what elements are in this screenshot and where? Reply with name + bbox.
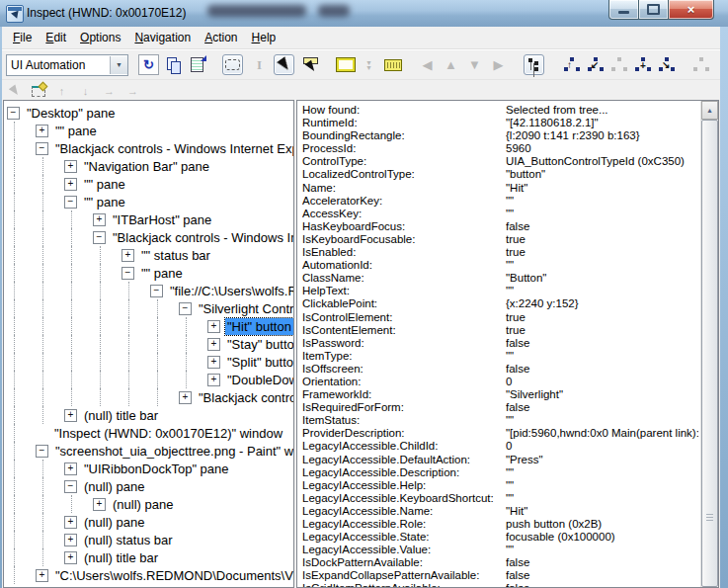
tree-item[interactable]: + (null) pane (7, 513, 293, 531)
tree-item[interactable]: − "Desktop" pane (7, 104, 293, 122)
expand-toggle-icon[interactable]: − (36, 142, 48, 155)
expand-toggle-icon[interactable]: − (64, 480, 77, 493)
selection-rectangle-icon[interactable] (222, 54, 243, 75)
cursor-tracking-icon[interactable] (274, 54, 294, 75)
hover-cursor-icon[interactable] (6, 83, 23, 99)
nav-first-child-icon[interactable] (586, 55, 605, 74)
chevron-down-icon[interactable]: ▼ (110, 56, 127, 74)
tree-item[interactable]: + "Stay" button (7, 335, 293, 353)
tree-item-label[interactable]: "" pane (82, 176, 127, 193)
tree-item[interactable]: − "Blackjack controls - Windows Internet… (7, 139, 293, 157)
expand-toggle-icon[interactable]: + (207, 320, 220, 333)
tree-item-label[interactable]: (null) title bar (82, 407, 160, 424)
tree-item-label[interactable]: (null) pane (111, 496, 175, 513)
nav-right-arrow-icon[interactable]: ▶ (489, 55, 508, 74)
nav-down-arrow-icon[interactable]: ▼ (465, 55, 484, 74)
tree-item[interactable]: + "Blackjack controls" pane (7, 388, 293, 406)
tree-item[interactable]: + (null) status bar (7, 531, 293, 548)
tree-item-label[interactable]: "Navigation Bar" pane (82, 158, 211, 175)
expand-toggle-icon[interactable]: + (93, 498, 106, 511)
expand-toggle-icon[interactable]: − (150, 285, 163, 297)
tree-item-label[interactable]: "Hit" button (225, 318, 293, 335)
scroll-up-button[interactable]: ▲ (701, 101, 718, 120)
tree-item-label[interactable]: "file://C:\Users\wolfs.REDMOND (168, 283, 293, 299)
expand-toggle-icon[interactable]: + (64, 462, 77, 475)
menu-action[interactable]: Action (198, 28, 244, 47)
tree-item[interactable]: − "Blackjack controls - Windows Internet (7, 228, 293, 246)
watch-focus-icon[interactable] (30, 83, 46, 99)
expand-toggle-icon[interactable]: − (36, 445, 48, 458)
tree-item-label[interactable]: "C:\Users\wolfs.REDMOND\Documents\Visua (53, 567, 293, 584)
move-down-icon[interactable]: ↓ (77, 83, 94, 99)
expand-toggle-icon[interactable]: + (207, 374, 220, 386)
maximize-button[interactable] (639, 0, 668, 20)
tree-item-label[interactable]: "Blackjack controls" pane (197, 389, 293, 406)
mode-combobox[interactable]: UI Automation ▼ (6, 54, 128, 76)
nav-next-sibling-icon[interactable] (633, 55, 652, 74)
tree-item-label[interactable]: "Blackjack controls - Windows Internet (111, 229, 293, 246)
tree-item[interactable]: + (null) title bar (7, 548, 293, 566)
collapse-chevron-icon[interactable] (360, 55, 378, 74)
menu-help[interactable]: Help (245, 28, 283, 47)
tree-item[interactable]: + "DoubleDown" button (7, 371, 293, 388)
onscreen-keyboard-icon[interactable] (383, 55, 402, 74)
copy-icon[interactable] (164, 55, 183, 74)
tree-item[interactable]: + (null) title bar (7, 406, 293, 424)
nav-left-arrow-icon[interactable]: ◀ (418, 55, 437, 74)
properties-icon[interactable] (188, 55, 206, 74)
ibeam-icon[interactable]: I (250, 55, 269, 74)
expand-toggle-icon[interactable]: − (179, 302, 192, 315)
tree-item[interactable]: + "" status bar (7, 246, 293, 264)
tree-item[interactable]: "Inspect (HWND: 0x00170E12)" window (7, 424, 293, 442)
nav-parent-icon[interactable] (562, 55, 581, 74)
tree-item[interactable]: + "Navigation Bar" pane (7, 157, 293, 175)
tree-item-label[interactable]: (null) title bar (82, 549, 160, 566)
title-bar[interactable]: Inspect (HWND: 0x00170E12) × (0, 0, 728, 28)
close-button[interactable]: × (668, 0, 714, 20)
expand-toggle-icon[interactable]: − (93, 231, 106, 244)
vertical-scrollbar[interactable]: ▲ (700, 101, 718, 587)
tree-item-label[interactable]: "" pane (53, 123, 99, 139)
nav-previous-sibling-icon[interactable] (609, 55, 628, 74)
tree-item[interactable]: + "Hit" button (7, 317, 293, 335)
expand-toggle-icon[interactable]: − (7, 107, 20, 120)
tree-item-label[interactable]: "Inspect (HWND: 0x00170E12)" window (52, 425, 284, 442)
tree-item[interactable]: − "" pane (7, 264, 293, 282)
expand-toggle-icon[interactable]: + (207, 338, 220, 351)
expand-toggle-icon[interactable]: + (64, 160, 77, 173)
expand-toggle-icon[interactable]: + (121, 249, 134, 262)
nav-last-child-icon[interactable] (657, 55, 676, 74)
tree-item[interactable]: + "" pane (7, 175, 293, 193)
tree-item[interactable]: − (null) pane (7, 477, 293, 495)
tree-item-label[interactable]: "" status bar (139, 247, 212, 264)
tree-item-label[interactable]: "Desktop" pane (25, 105, 117, 122)
cursor-tooltip-icon[interactable] (301, 55, 320, 74)
nav-up-arrow-icon[interactable]: ▲ (442, 55, 460, 74)
menu-edit[interactable]: Edit (39, 28, 73, 47)
tree-item[interactable]: − "Silverlight Control" window (7, 299, 293, 317)
refresh-icon[interactable]: ↻ (138, 54, 159, 75)
tree-item[interactable]: + (null) pane (7, 495, 293, 513)
menu-file[interactable]: File (6, 28, 39, 47)
tree-item[interactable]: + "UIRibbonDockTop" pane (7, 460, 293, 477)
expand-toggle-icon[interactable]: + (207, 356, 220, 369)
tree-view-icon[interactable] (524, 54, 544, 75)
highlight-rectangle-icon[interactable] (336, 55, 355, 74)
nav-subtree-icon[interactable] (691, 55, 710, 74)
tree-item[interactable]: + "ITBarHost" pane (7, 210, 293, 228)
minimize-button[interactable] (608, 0, 639, 20)
expand-toggle-icon[interactable]: − (64, 196, 77, 209)
expand-toggle-icon[interactable]: + (64, 409, 77, 422)
add-node-icon[interactable]: → (101, 83, 118, 99)
tree-item-label[interactable]: (null) pane (82, 514, 146, 531)
tree-item-label[interactable]: "" pane (139, 265, 185, 282)
tree-item-label[interactable]: "Stay" button (225, 336, 293, 353)
expand-toggle-icon[interactable]: + (93, 213, 106, 226)
tree-item-label[interactable]: "Blackjack controls - Windows Internet E… (53, 140, 293, 157)
expand-toggle-icon[interactable]: − (121, 267, 134, 280)
expand-toggle-icon[interactable]: + (64, 534, 77, 546)
tree-item[interactable]: + "C:\Users\wolfs.REDMOND\Documents\Visu… (7, 566, 293, 584)
expand-toggle-icon[interactable]: + (36, 125, 48, 137)
tree-item[interactable]: + "Split" button (7, 353, 293, 371)
tree-item-label[interactable]: (null) status bar (82, 532, 175, 548)
